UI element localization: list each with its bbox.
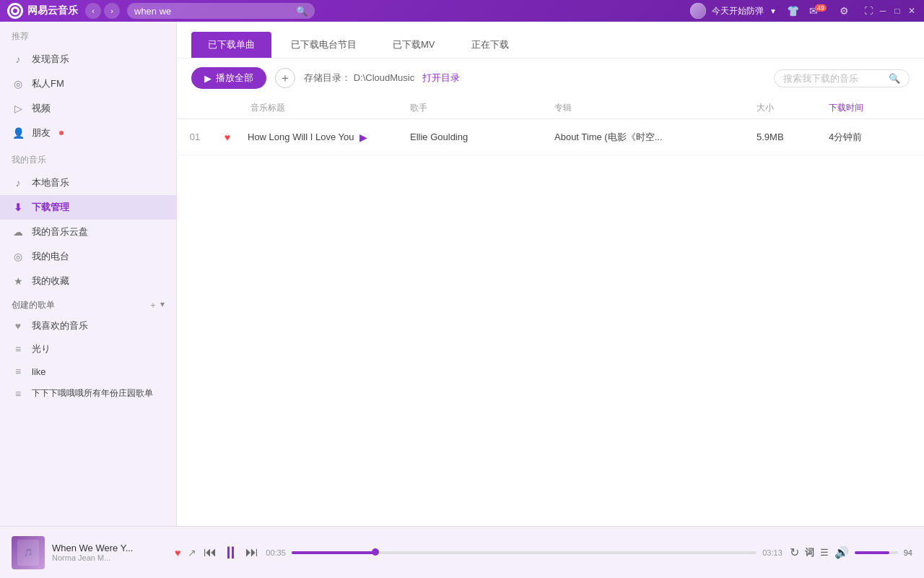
sidebar-item-friends[interactable]: 👤 朋友: [0, 121, 176, 145]
toolbar: ▶ 播放全部 ＋ 存储目录： D:\CloudMusic 打开目录 🔍: [177, 59, 924, 98]
search-box[interactable]: 🔍: [127, 3, 315, 19]
table-row: 01 ♥ How Long Will I Love You ▶ Ellie Go…: [177, 119, 924, 155]
sidebar-item-friends-label: 朋友: [32, 126, 51, 139]
tab-downloaded-radio[interactable]: 已下载电台节目: [274, 32, 373, 58]
play-all-button[interactable]: ▶ 播放全部: [191, 67, 266, 89]
nav-forward-button[interactable]: ›: [104, 3, 120, 19]
fullscreen-icon[interactable]: ⛶: [863, 6, 873, 16]
progress-fill: [292, 551, 375, 554]
search-input[interactable]: [134, 6, 296, 17]
content-search-input[interactable]: [783, 73, 884, 84]
recommended-section-title: 推荐: [0, 22, 176, 47]
row-num: 01: [177, 131, 213, 142]
playlist-item-liked[interactable]: ♥ 我喜欢的音乐: [0, 314, 176, 337]
row-heart[interactable]: ♥: [213, 131, 242, 143]
add-playlist-button[interactable]: ＋: [149, 299, 157, 311]
sidebar-item-my-radio[interactable]: ◎ 我的电台: [0, 244, 176, 269]
progress-area: 00:35 03:13: [266, 548, 782, 557]
open-dir-link[interactable]: 打开目录: [422, 72, 460, 83]
mail-icon[interactable]: ✉49: [809, 5, 829, 17]
heart-filled-icon[interactable]: ♥: [225, 131, 230, 143]
add-button[interactable]: ＋: [275, 68, 295, 88]
song-title[interactable]: How Long Will I Love You: [248, 131, 354, 142]
sidebar-item-download-manager[interactable]: ⬇ 下载管理: [0, 195, 176, 220]
playlist-item-hikari[interactable]: ≡ 光り: [0, 337, 176, 361]
playlist-like-label: like: [32, 366, 46, 377]
playlist-4-label: 下下下哦哦哦所有年份庄园歌单: [32, 387, 153, 400]
volume-bar[interactable]: [855, 551, 898, 554]
sidebar-item-discover[interactable]: ♪ 发现音乐: [0, 47, 176, 72]
nav-back-button[interactable]: ‹: [85, 3, 101, 19]
progress-bar[interactable]: [292, 551, 757, 554]
play-icon: ▶: [204, 73, 212, 84]
sidebar-item-download-label: 下载管理: [32, 201, 69, 214]
volume-number: 94: [904, 548, 912, 557]
col-title: 音乐标题: [245, 102, 404, 114]
prev-button[interactable]: ⏮: [204, 545, 217, 560]
album-art[interactable]: 🎵: [12, 536, 45, 569]
mv-play-button[interactable]: ▶: [359, 131, 367, 143]
collapse-playlist-button[interactable]: ▾: [160, 299, 165, 311]
friends-icon: 👤: [12, 127, 25, 139]
player-heart-button[interactable]: ♥: [175, 547, 180, 558]
sidebar-item-favorites-label: 我的收藏: [32, 275, 69, 288]
friends-notification-dot: [59, 131, 64, 135]
player-share-button[interactable]: ↗: [188, 547, 196, 558]
heart-icon: ♥: [12, 320, 25, 332]
sidebar-item-local-music[interactable]: ♪ 本地音乐: [0, 171, 176, 195]
search-icon[interactable]: 🔍: [296, 6, 308, 17]
total-time: 03:13: [762, 548, 783, 557]
loop-icon[interactable]: ↻: [790, 545, 799, 559]
settings-icon[interactable]: ⚙: [840, 5, 849, 17]
col-heart: [216, 102, 245, 114]
window-controls: ⛶ ─ □ ✕: [863, 6, 917, 16]
main-layout: 推荐 ♪ 发现音乐 ◎ 私人FM ▷ 视频 👤 朋友 我的音乐 ♪ 本地音乐 ⬇…: [0, 22, 924, 526]
shirt-icon[interactable]: 👕: [787, 5, 799, 17]
music-note-icon: ♪: [12, 53, 25, 65]
maximize-icon[interactable]: □: [892, 6, 902, 16]
volume-icon[interactable]: 🔊: [834, 545, 849, 559]
username[interactable]: 今天开始防弹: [712, 5, 764, 17]
col-num: [180, 102, 216, 114]
content-search-icon[interactable]: 🔍: [889, 73, 900, 84]
player: 🎵 When We Were Y... Norma Jean M... ♥ ↗ …: [0, 526, 924, 578]
avatar[interactable]: [690, 3, 706, 19]
sidebar-item-my-favorites[interactable]: ★ 我的收藏: [0, 269, 176, 293]
next-button[interactable]: ⏭: [245, 545, 258, 560]
dropdown-icon[interactable]: ▼: [770, 7, 777, 15]
row-artist: Ellie Goulding: [404, 131, 549, 142]
logo-icon: [7, 3, 23, 19]
row-download-time: 4分钟前: [823, 131, 924, 144]
sidebar-item-fm[interactable]: ◎ 私人FM: [0, 72, 176, 96]
col-download-time: 下载时间: [823, 102, 924, 114]
playlist-item-4[interactable]: ≡ 下下下哦哦哦所有年份庄园歌单: [0, 382, 176, 405]
sidebar-item-discover-label: 发现音乐: [32, 53, 69, 66]
minimize-icon[interactable]: ─: [878, 6, 888, 16]
lyrics-icon[interactable]: 词: [805, 546, 814, 559]
sidebar-item-video[interactable]: ▷ 视频: [0, 96, 176, 121]
tab-downloading[interactable]: 正在下载: [455, 32, 526, 58]
logo-text: 网易云音乐: [27, 4, 78, 17]
tab-downloaded-mv[interactable]: 已下载MV: [376, 32, 452, 58]
playlist-actions: ＋ ▾: [149, 299, 165, 311]
playlist-icon-3: ≡: [12, 388, 25, 400]
sidebar: 推荐 ♪ 发现音乐 ◎ 私人FM ▷ 视频 👤 朋友 我的音乐 ♪ 本地音乐 ⬇…: [0, 22, 177, 526]
pause-button[interactable]: ⏸: [222, 543, 240, 563]
playlist-icon[interactable]: ☰: [820, 547, 829, 558]
col-artist: 歌手: [404, 102, 549, 114]
playlist-liked-label: 我喜欢的音乐: [32, 319, 88, 332]
fm-icon: ◎: [12, 78, 25, 90]
right-controls: ↻ 词 ☰ 🔊 94: [790, 545, 912, 559]
video-icon: ▷: [12, 103, 25, 114]
mail-badge: 49: [815, 4, 827, 12]
tab-downloaded-singles[interactable]: 已下载单曲: [191, 32, 271, 58]
row-size: 5.9MB: [751, 131, 823, 142]
close-icon[interactable]: ✕: [907, 6, 917, 16]
content-search-area[interactable]: 🔍: [774, 69, 910, 87]
created-playlists-section: 创建的歌单 ＋ ▾: [0, 293, 176, 314]
download-icon: ⬇: [12, 202, 25, 213]
tabs: 已下载单曲 已下载电台节目 已下载MV 正在下载: [177, 22, 924, 59]
logo: 网易云音乐: [7, 3, 78, 19]
playlist-item-like[interactable]: ≡ like: [0, 361, 176, 382]
sidebar-item-cloud-disk[interactable]: ☁ 我的音乐云盘: [0, 220, 176, 244]
